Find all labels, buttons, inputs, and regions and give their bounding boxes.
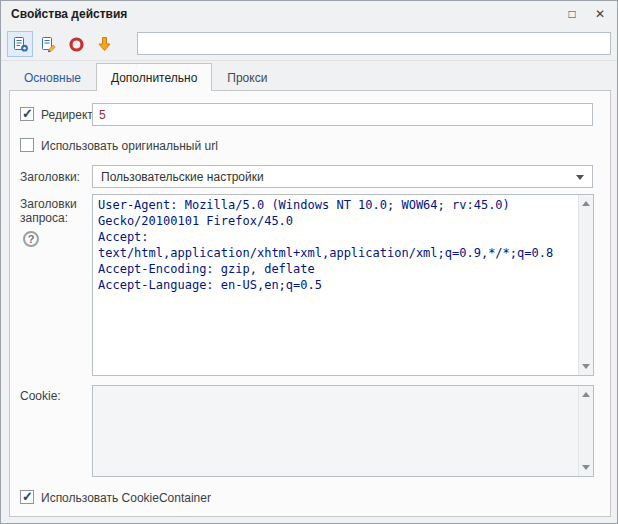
tab-basic[interactable]: Основные [9, 63, 96, 91]
request-headers-box: User-Agent: Mozilla/5.0 (Windows NT 10.0… [92, 194, 594, 376]
request-headers-textarea[interactable]: User-Agent: Mozilla/5.0 (Windows NT 10.0… [93, 195, 579, 375]
window-title: Свойства действия [11, 7, 127, 21]
request-headers-label: Заголовки запроса: [20, 197, 86, 225]
url-input[interactable] [137, 32, 611, 55]
document-gear-icon [12, 36, 29, 53]
record-button[interactable] [63, 31, 89, 57]
headers-dropdown[interactable]: Пользовательские настройки [92, 165, 593, 188]
tab-bar: Основные Дополнительно Прокси [9, 63, 282, 91]
titlebar-buttons: □ ✕ [561, 5, 611, 23]
document-pencil-icon [40, 36, 57, 53]
maximize-button[interactable]: □ [561, 5, 583, 23]
use-cookie-container-label: Использовать CookieContainer [41, 491, 211, 505]
download-button[interactable] [91, 31, 117, 57]
edit-action-button[interactable] [35, 31, 61, 57]
maximize-icon: □ [568, 7, 575, 21]
cookie-label: Cookie: [20, 389, 61, 403]
scroll-down-icon[interactable] [582, 364, 590, 369]
headers-label: Заголовки: [20, 170, 80, 184]
toolbar [1, 27, 617, 61]
scroll-down-icon[interactable] [582, 465, 590, 470]
close-button[interactable]: ✕ [589, 5, 611, 23]
tab-proxy[interactable]: Прокси [212, 63, 282, 91]
redirect-label: Редирект [41, 108, 93, 122]
cookie-scrollbar[interactable] [578, 386, 593, 476]
use-original-url-label: Использовать оригинальный url [41, 139, 218, 153]
tab-additional[interactable]: Дополнительно [96, 63, 212, 91]
titlebar: Свойства действия □ ✕ [1, 1, 617, 27]
headers-dropdown-value: Пользовательские настройки [101, 170, 264, 184]
cookie-box [92, 385, 594, 477]
cookie-textarea[interactable] [93, 386, 579, 476]
action-properties-window: Свойства действия □ ✕ [0, 0, 618, 524]
close-icon: ✕ [595, 7, 605, 21]
help-icon[interactable]: ? [23, 231, 39, 247]
action-settings-button[interactable] [7, 31, 33, 57]
redirect-count-input[interactable] [92, 103, 593, 126]
request-headers-scrollbar[interactable] [578, 195, 593, 375]
scroll-up-icon[interactable] [582, 201, 590, 206]
down-arrow-icon [96, 36, 113, 53]
chevron-down-icon [576, 175, 584, 180]
record-icon [68, 36, 85, 53]
use-cookie-container-checkbox[interactable] [20, 490, 34, 504]
scroll-up-icon[interactable] [582, 392, 590, 397]
additional-tab-panel: Редирект Использовать оригинальный url З… [9, 90, 611, 517]
redirect-checkbox[interactable] [20, 107, 34, 121]
use-original-url-checkbox[interactable] [20, 138, 34, 152]
